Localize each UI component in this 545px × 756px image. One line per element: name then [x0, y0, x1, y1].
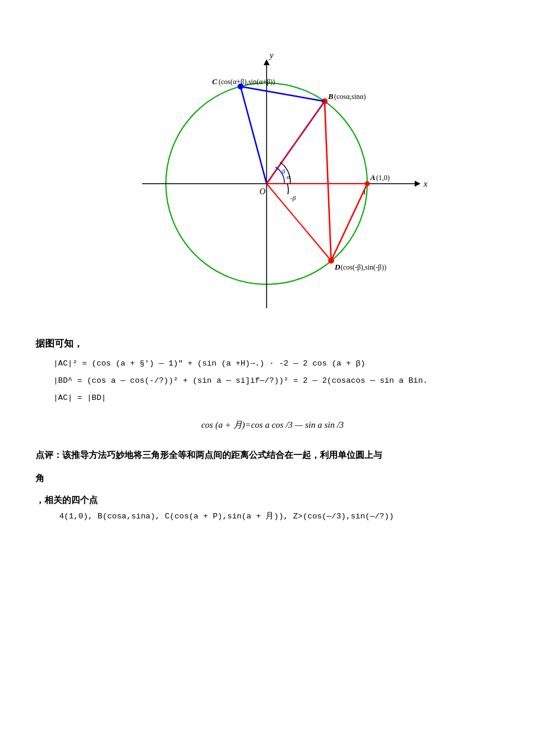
point-d-label: D: [334, 262, 341, 271]
beta-angle-label: β: [281, 168, 286, 175]
diagram-container: x y O 1 A (1,0) B (cosα,sinα) C (cos(α+β…: [36, 36, 509, 320]
point-b-label: B: [328, 92, 334, 101]
svg-line-16: [331, 184, 367, 261]
math-line-2: |BD^ = (cos a — cos(-/?))² + (sin a — si…: [53, 374, 509, 388]
point-c-label: C: [212, 77, 217, 86]
point-c-coords: (cos(α+β),sin(α+β)): [219, 78, 275, 86]
point-a-coords: (1,0): [376, 174, 390, 182]
x-axis-label: x: [423, 179, 428, 188]
comment-block: 点评：该推导方法巧妙地将三角形全等和两点间的距离公式结合在一起，利用单位圆上与: [36, 447, 509, 463]
math-line-3: |AC| = |BD|: [53, 392, 509, 405]
unit-circle-diagram: x y O 1 A (1,0) B (cosα,sinα) C (cos(α+β…: [107, 36, 438, 320]
points-line: 4(1,0), B(cosa,sina), C(cos(a + P),sin(a…: [59, 511, 509, 521]
svg-marker-4: [264, 59, 270, 65]
y-axis-label: y: [268, 50, 274, 60]
point-b-coords: (cosα,sinα): [334, 92, 366, 101]
char-section: 角: [36, 473, 509, 484]
sub-section: ，相关的四个点: [36, 495, 509, 506]
svg-line-14: [267, 184, 331, 261]
cos-addition-formula: cos (a + 月)=cos a cos /3 — sin a sin /3: [36, 419, 509, 431]
alpha-angle-label: α: [287, 173, 290, 180]
section-title: 据图可知，: [36, 338, 509, 350]
math-line-1: |AC|² = (cos (a + §') — 1)″ + (sin (a +H…: [53, 357, 509, 371]
point-a-label: A: [370, 173, 376, 182]
neg-beta-angle-label: -β: [290, 194, 296, 201]
svg-line-9: [241, 87, 267, 184]
point-d-coords: (cos(-β),sin(-β)): [341, 263, 386, 271]
svg-line-13: [267, 101, 325, 184]
svg-marker-2: [415, 181, 421, 187]
svg-line-15: [325, 101, 331, 261]
origin-label: O: [259, 187, 265, 196]
